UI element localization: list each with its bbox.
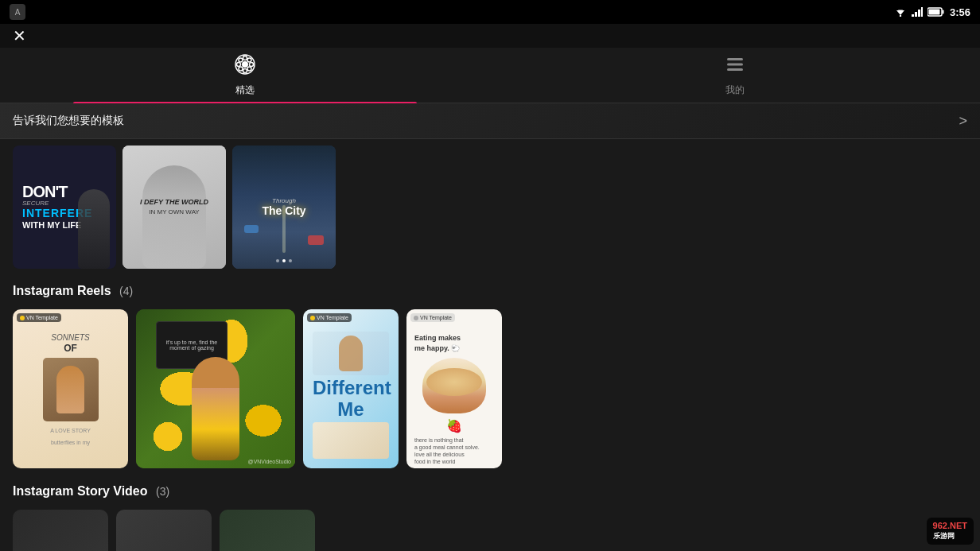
battery-icon	[928, 7, 945, 17]
svg-rect-22	[727, 68, 743, 71]
banner-text: 告诉我们您想要的模板	[13, 114, 124, 128]
through-text: Through	[262, 197, 305, 204]
status-bar-right: 3:56	[894, 6, 970, 18]
flower-inner: it's up to me, find the moment of gazing…	[136, 309, 295, 468]
signal-icon	[912, 7, 923, 17]
vn-watermark: @VNVideoStudio	[248, 459, 291, 464]
vn-dot-4	[414, 316, 418, 320]
top-templates-row: DON'T SECURE INTERFERE WITH MY LIFE I DE…	[0, 139, 980, 274]
different-me-text: DifferentMe	[313, 378, 389, 420]
reel-card-different-me[interactable]: VN Template DifferentMe	[303, 309, 399, 468]
city-text-block: Through The City	[262, 197, 305, 217]
svg-point-13	[243, 69, 247, 73]
vn-badge-1: VN Template	[17, 313, 61, 322]
reel-card-eating[interactable]: VN Template Eating makesme happy. 🐑 🍓 th…	[406, 309, 502, 468]
reel-card-sonnets[interactable]: VN Template SONNETS OF A LOVE STORY butt…	[13, 309, 128, 468]
with-my-life-text: WITH MY LIFE	[22, 220, 81, 230]
vn-dot	[20, 316, 25, 320]
main-content: 告诉我们您想要的模板 > DON'T SECURE INTERFERE WITH…	[0, 103, 980, 551]
vn-badge-4: VN Template	[410, 313, 455, 322]
defy-text-block: I DEFY THE WORLD IN MY OWN WAY	[134, 191, 215, 223]
sonnets-text1: SONNETS	[51, 332, 89, 343]
site-watermark: 962.NET 乐游网	[927, 518, 974, 545]
status-bar: A 3:56	[0, 0, 980, 24]
eating-title: Eating makesme happy. 🐑	[414, 333, 494, 353]
eating-quote: there is nothing thata good meal cannot …	[414, 437, 494, 465]
app-icon: A	[10, 4, 25, 20]
instagram-reels-title: Instagram Reels (4)	[13, 284, 967, 298]
eating-content: Eating makesme happy. 🐑 🍓 there is nothi…	[414, 317, 494, 466]
car-2	[244, 225, 259, 233]
sonnets-image	[43, 358, 99, 421]
svg-point-16	[239, 58, 243, 62]
sonnets-subtext: A LOVE STORY	[50, 428, 91, 433]
svg-point-2	[900, 15, 901, 17]
sonnets-bottom: butterflies in my	[51, 440, 90, 445]
instagram-story-section: Instagram Story Video (3)	[0, 475, 980, 510]
reels-cards-row: VN Template SONNETS OF A LOVE STORY butt…	[0, 309, 980, 475]
eating-image-area	[414, 353, 494, 418]
secure-text: SECURE	[22, 200, 49, 208]
story-count: (3)	[156, 485, 169, 498]
svg-rect-21	[727, 64, 743, 66]
instagram-story-title: Instagram Story Video (3)	[13, 484, 967, 499]
svg-point-18	[247, 58, 251, 62]
woman-figure	[192, 357, 239, 460]
collage-img-1	[313, 332, 389, 375]
reel-card-flower[interactable]: VN Template it's up to me, find the mome…	[136, 309, 295, 468]
mine-icon	[724, 53, 746, 80]
food-top	[426, 368, 482, 396]
tab-mine-label: 我的	[725, 83, 745, 97]
svg-rect-9	[928, 10, 939, 15]
svg-rect-6	[921, 7, 923, 17]
dot-indicators	[276, 259, 292, 262]
svg-rect-8	[942, 10, 943, 14]
vn-badge-3: VN Template	[307, 313, 352, 322]
vn-dot-3	[310, 316, 315, 320]
template-through-city[interactable]: Through The City	[232, 146, 336, 269]
svg-point-17	[247, 67, 251, 71]
svg-rect-20	[727, 58, 743, 60]
top-nav: ✕	[0, 24, 980, 48]
status-bar-left: A	[10, 4, 25, 20]
list-icon	[724, 53, 746, 76]
story-cards-row	[0, 510, 980, 551]
defy-line1: I DEFY THE WORLD	[140, 197, 208, 208]
template-defy-world[interactable]: I DEFY THE WORLD IN MY OWN WAY	[122, 146, 226, 269]
svg-point-11	[242, 61, 248, 68]
svg-point-15	[250, 63, 254, 67]
dont-text: DON'T	[22, 184, 67, 200]
strawberry-emoji: 🍓	[414, 418, 494, 433]
the-city-text: The City	[262, 204, 305, 217]
instagram-reels-section: Instagram Reels (4)	[0, 274, 980, 309]
story-card-1[interactable]	[13, 510, 108, 551]
template-dont-interfere[interactable]: DON'T SECURE INTERFERE WITH MY LIFE	[13, 146, 116, 269]
svg-rect-4	[915, 12, 917, 17]
close-button[interactable]: ✕	[13, 28, 26, 44]
food-bowl	[422, 358, 486, 413]
reels-count: (4)	[119, 285, 133, 297]
time-display: 3:56	[950, 6, 970, 18]
svg-rect-5	[918, 10, 920, 17]
collage-block: DifferentMe	[309, 316, 392, 462]
svg-point-14	[237, 63, 241, 67]
svg-point-19	[239, 67, 243, 71]
svg-point-12	[243, 56, 247, 60]
tab-bar: 精选 我的	[0, 48, 980, 103]
wifi-icon	[894, 7, 907, 17]
tab-mine[interactable]: 我的	[490, 47, 980, 103]
sonnets-text2: OF	[64, 343, 77, 355]
film-reel-icon	[234, 53, 256, 76]
story-card-2[interactable]	[116, 510, 212, 551]
banner-arrow: >	[959, 113, 967, 130]
tab-featured-label: 精选	[235, 83, 255, 97]
person-silhouette	[78, 189, 110, 269]
story-card-3[interactable]	[220, 510, 315, 551]
collage-img-2	[313, 422, 389, 459]
tab-featured[interactable]: 精选	[0, 47, 490, 103]
banner[interactable]: 告诉我们您想要的模板 >	[0, 103, 980, 139]
svg-rect-3	[912, 14, 914, 17]
car-1	[308, 235, 324, 245]
defy-line2: IN MY OWN WAY	[140, 208, 208, 216]
featured-icon	[234, 53, 256, 80]
